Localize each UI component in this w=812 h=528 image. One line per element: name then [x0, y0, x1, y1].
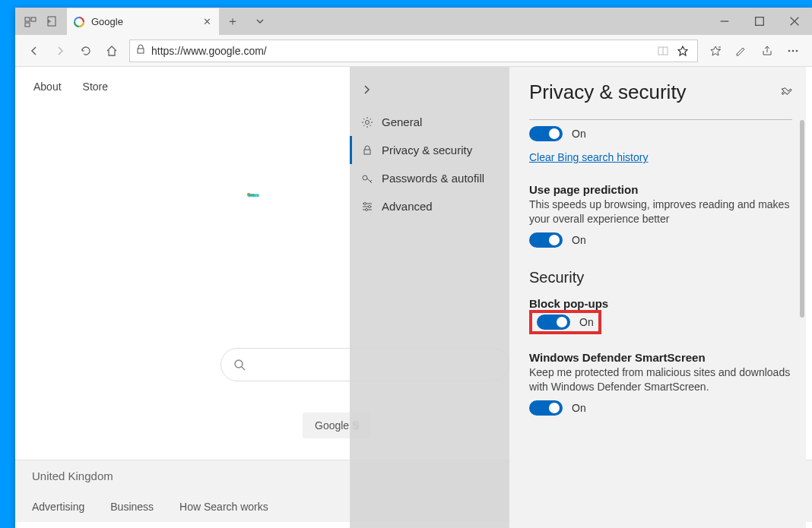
smartscreen-toggle[interactable]: [529, 400, 563, 416]
forward-button[interactable]: [47, 38, 73, 64]
back-button[interactable]: [21, 38, 47, 64]
url-field[interactable]: https://www.google.com/: [129, 40, 698, 62]
google-about-link[interactable]: About: [33, 81, 62, 93]
search-history-toggle[interactable]: [529, 126, 563, 141]
toggle-label: On: [572, 234, 586, 246]
page-prediction-title: Use page prediction: [529, 183, 792, 196]
home-button[interactable]: [99, 38, 125, 64]
svg-rect-2: [25, 23, 30, 27]
clear-bing-history-link[interactable]: Clear Bing search history: [529, 151, 648, 163]
more-menu-icon[interactable]: [780, 45, 806, 57]
svg-point-25: [363, 175, 367, 180]
footer-advertising-link[interactable]: Advertising: [32, 501, 84, 513]
browser-window: Google ✕ ＋ https://www.google.com/: [15, 8, 812, 528]
close-tab-icon[interactable]: ✕: [203, 16, 211, 27]
smartscreen-title: Windows Defender SmartScreen: [529, 351, 792, 364]
svg-rect-0: [25, 17, 30, 21]
sidebar-item-advanced[interactable]: Advanced: [350, 192, 509, 220]
settings-back-button[interactable]: [350, 81, 509, 108]
footer-how-search-link[interactable]: How Search works: [179, 501, 268, 513]
favorites-hub-icon[interactable]: [703, 45, 728, 57]
notes-icon[interactable]: [728, 45, 754, 57]
active-tab[interactable]: Google ✕: [67, 8, 219, 35]
google-store-link[interactable]: Store: [83, 81, 108, 93]
google-top-nav: About Store: [33, 81, 108, 93]
toggle-label: On: [572, 128, 586, 140]
svg-point-19: [256, 196, 257, 197]
refresh-button[interactable]: [73, 38, 99, 64]
svg-rect-1: [31, 17, 36, 21]
svg-line-22: [242, 367, 245, 370]
address-bar: https://www.google.com/: [15, 35, 812, 67]
tab-thumbnails-icon[interactable]: [20, 11, 41, 32]
svg-point-29: [364, 202, 366, 204]
search-history-toggle-row: On: [529, 126, 792, 141]
svg-point-13: [792, 49, 795, 52]
panel-scrollbar[interactable]: [798, 67, 804, 528]
key-icon: [360, 172, 374, 185]
sidebar-item-privacy-security[interactable]: Privacy & security: [350, 136, 509, 164]
google-favicon-icon: [73, 16, 85, 28]
search-icon: [233, 359, 246, 371]
svg-text:GOO: GOO: [249, 194, 255, 197]
svg-point-21: [235, 360, 243, 368]
block-popups-highlight: On: [529, 310, 601, 334]
svg-point-12: [788, 49, 791, 52]
page-prediction-toggle-row: On: [529, 232, 792, 248]
toggle-label: On: [579, 316, 594, 328]
block-popups-title: Block pop-ups: [529, 297, 792, 310]
svg-rect-6: [756, 17, 764, 26]
reading-view-icon[interactable]: [653, 45, 673, 57]
settings-panel: Privacy & security On Clear Bing search …: [509, 67, 806, 528]
page-prediction-desc: This speeds up browsing, improves readin…: [529, 198, 792, 226]
svg-rect-7: [138, 49, 144, 53]
lock-icon: [360, 144, 374, 157]
settings-sidebar: General Privacy & security Passwords & a…: [350, 67, 509, 528]
url-text: https://www.google.com/: [151, 45, 653, 57]
svg-point-23: [366, 120, 370, 124]
set-aside-tabs-icon[interactable]: [41, 11, 62, 32]
smartscreen-desc: Keep me protected from malicious sites a…: [529, 365, 792, 394]
new-tab-button[interactable]: ＋: [219, 8, 246, 35]
sidebar-item-label: Privacy & security: [382, 144, 472, 157]
security-section-heading: Security: [529, 269, 792, 286]
sidebar-item-label: Passwords & autofill: [382, 172, 484, 185]
maximize-button[interactable]: [742, 8, 777, 35]
block-popups-toggle[interactable]: [537, 315, 570, 330]
svg-rect-24: [364, 150, 370, 154]
tab-actions: [15, 8, 67, 35]
svg-point-30: [369, 205, 371, 207]
page-prediction-toggle[interactable]: [529, 232, 563, 248]
favorite-star-icon[interactable]: [673, 45, 693, 57]
sidebar-item-general[interactable]: General: [350, 108, 509, 136]
smartscreen-toggle-row: On: [529, 400, 792, 416]
svg-point-14: [796, 49, 798, 52]
title-bar: Google ✕ ＋: [15, 8, 812, 35]
svg-point-31: [366, 208, 368, 210]
sidebar-item-label: General: [382, 115, 422, 128]
sidebar-item-label: Advanced: [382, 200, 433, 213]
lock-icon: [135, 43, 147, 58]
footer-business-link[interactable]: Business: [110, 501, 154, 513]
window-controls: [707, 8, 812, 35]
share-icon[interactable]: [754, 45, 780, 57]
toggle-label: On: [572, 402, 586, 414]
pin-icon[interactable]: [780, 85, 792, 100]
page-content: About Store GOO Google S United Kingdom …: [15, 67, 812, 528]
panel-title: Privacy & security: [529, 81, 780, 104]
sidebar-item-passwords-autofill[interactable]: Passwords & autofill: [350, 164, 509, 192]
close-window-button[interactable]: [777, 8, 812, 35]
sliders-icon: [360, 201, 374, 213]
chevron-right-icon: [360, 84, 373, 96]
tab-menu-icon[interactable]: [246, 8, 274, 35]
tab-title: Google: [91, 16, 123, 27]
minimize-button[interactable]: [707, 8, 742, 35]
gear-icon: [360, 116, 374, 128]
